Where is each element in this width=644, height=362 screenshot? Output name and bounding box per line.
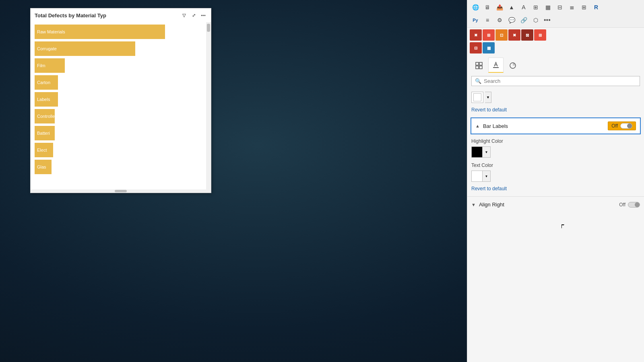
chart-title: Total Defects by Material Typ [35, 12, 178, 19]
chart-body: Raw MaterialsCorrugateFilmCartonLabelsCo… [31, 22, 206, 189]
text-color-section: Text Color ▼ [467, 160, 644, 184]
revert-link-2[interactable]: Revert to default [467, 184, 644, 195]
bar-labels-chevron[interactable]: ▲ [475, 123, 480, 128]
align-right-toggle-row: Off [619, 202, 640, 208]
svg-rect-3 [479, 66, 482, 69]
bar-label: Controlle [37, 114, 55, 119]
py-icon[interactable]: Py [470, 14, 481, 26]
align-right-title: Align Right [479, 202, 616, 208]
colored-icon-6[interactable]: ⊞ [534, 29, 546, 41]
align-right-toggle-thumb [635, 202, 640, 207]
colored-icon-8[interactable]: ▦ [483, 42, 495, 53]
expand-icon[interactable]: ⤢ [190, 12, 197, 19]
chart-hscrollbar[interactable] [31, 189, 211, 193]
globe-icon[interactable]: 🌐 [470, 2, 481, 13]
tab-analytics[interactable] [505, 58, 520, 73]
bar-row: Corrugate [35, 41, 202, 56]
highlight-color-label: Highlight Color [471, 138, 640, 144]
toggle-track [620, 123, 632, 129]
svg-rect-0 [476, 62, 479, 65]
bar-labels-toggle[interactable]: Off [608, 121, 636, 130]
upload-icon[interactable]: 📤 [494, 2, 505, 13]
bar-label: Raw Materials [37, 29, 65, 34]
grid2-icon[interactable]: ▦ [542, 2, 553, 13]
bar-labels-header: ▲ Bar Labels Off [471, 118, 640, 134]
bar-label: Carton [37, 80, 50, 85]
colored-icon-1[interactable]: ✖ [470, 29, 482, 41]
list-icon[interactable]: ≡ [482, 14, 493, 26]
text-color-caret[interactable]: ▼ [483, 171, 491, 182]
chart-title-bar: Total Defects by Material Typ ▽ ⤢ ••• [31, 8, 211, 22]
more-dots-icon[interactable]: ••• [542, 16, 552, 25]
color-dropdown-arrow[interactable]: ▼ [485, 92, 491, 103]
bar-row: Batteri [35, 126, 202, 140]
bar-row: Film [35, 58, 202, 73]
colored-icon-2[interactable]: ⊞ [483, 29, 495, 41]
r-icon[interactable]: R [590, 2, 602, 13]
bar-row: Glas [35, 160, 202, 174]
bar-label: Labels [37, 97, 50, 102]
align-right-toggle-track[interactable] [628, 202, 640, 208]
bar-row: Controlle [35, 109, 202, 123]
white-color-box[interactable] [471, 92, 483, 103]
bar-row: Carton [35, 75, 202, 90]
toolbar-row-1: 🌐 🖥 📤 ▲ A ⊞ ▦ ⊟ ≣ ⊞ R [470, 2, 642, 13]
align-right-section: ▼ Align Right Off [467, 198, 644, 211]
search-icon: 🔍 [475, 78, 481, 84]
tab-format[interactable] [488, 58, 504, 73]
separator [467, 196, 644, 197]
svg-rect-1 [479, 62, 482, 65]
chart-scrollbar[interactable] [206, 22, 211, 189]
table3-icon[interactable]: ⊞ [578, 2, 590, 13]
panel-tabs [467, 55, 644, 73]
settings-icon[interactable]: ⚙ [494, 14, 505, 26]
table2-icon[interactable]: ≣ [566, 2, 578, 13]
filter-icon[interactable]: ▽ [180, 12, 188, 19]
bar-row: Raw Materials [35, 25, 202, 39]
colored-icon-grid-1: ✖ ⊞ ⊡ ✖ ⊠ ⊞ [467, 28, 644, 42]
panel-toolbar: 🌐 🖥 📤 ▲ A ⊞ ▦ ⊟ ≣ ⊞ R Py ≡ ⚙ 💬 🔗 ⬡ ••• [467, 0, 644, 28]
bar-label: Elect [37, 148, 47, 152]
comment-icon[interactable]: 💬 [506, 14, 517, 26]
text-color-picker: ▼ [471, 171, 640, 182]
highlight-color-section: Highlight Color ▼ [467, 136, 644, 160]
text-icon[interactable]: A [518, 2, 529, 13]
table1-icon[interactable]: ⊟ [554, 2, 566, 13]
toggle-thumb [627, 123, 632, 128]
bar-label: Batteri [37, 131, 50, 136]
svg-rect-2 [476, 66, 479, 69]
more-options-icon[interactable]: ••• [200, 12, 207, 19]
highlight-color-picker: ▼ [471, 146, 640, 158]
toggle-off-label: Off [611, 123, 618, 129]
text-color-swatch[interactable] [471, 171, 483, 182]
revert-link-1[interactable]: Revert to default [467, 105, 644, 116]
bar-label: Corrugate [37, 46, 57, 51]
search-box[interactable]: 🔍 [471, 76, 640, 86]
tab-grid[interactable] [471, 58, 487, 73]
align-right-off-label: Off [619, 202, 625, 208]
arrow-up-icon[interactable]: ▲ [506, 2, 517, 13]
bar-label: Film [37, 63, 45, 68]
svg-rect-4 [493, 67, 499, 68]
align-right-chevron[interactable]: ▼ [471, 202, 476, 207]
right-panel: 🌐 🖥 📤 ▲ A ⊞ ▦ ⊟ ≣ ⊞ R Py ≡ ⚙ 💬 🔗 ⬡ ••• ✖… [467, 0, 644, 362]
search-input[interactable] [484, 78, 636, 84]
bar-row: Labels [35, 92, 202, 107]
grid1-icon[interactable]: ⊞ [530, 2, 541, 13]
chart-panel: Total Defects by Material Typ ▽ ⤢ ••• Ra… [30, 8, 211, 193]
text-color-label: Text Color [471, 162, 640, 168]
colored-icon-7[interactable]: ⊟ [470, 42, 482, 53]
colored-icon-4[interactable]: ✖ [508, 29, 520, 41]
colored-icon-5[interactable]: ⊠ [521, 29, 533, 41]
highlight-color-swatch[interactable] [471, 146, 483, 158]
colored-icon-grid-2: ⊟ ▦ [467, 42, 644, 55]
hex-icon[interactable]: ⬡ [530, 14, 541, 26]
color-select-row: ▼ [467, 89, 644, 105]
toolbar-row-2: Py ≡ ⚙ 💬 🔗 ⬡ ••• [470, 14, 642, 26]
link-icon[interactable]: 🔗 [518, 14, 529, 26]
highlight-color-caret[interactable]: ▼ [483, 146, 491, 158]
monitor-icon[interactable]: 🖥 [482, 2, 493, 13]
bar-row: Elect [35, 143, 202, 157]
bar-labels-section: ▲ Bar Labels Off [471, 117, 641, 134]
colored-icon-3[interactable]: ⊡ [495, 29, 508, 41]
